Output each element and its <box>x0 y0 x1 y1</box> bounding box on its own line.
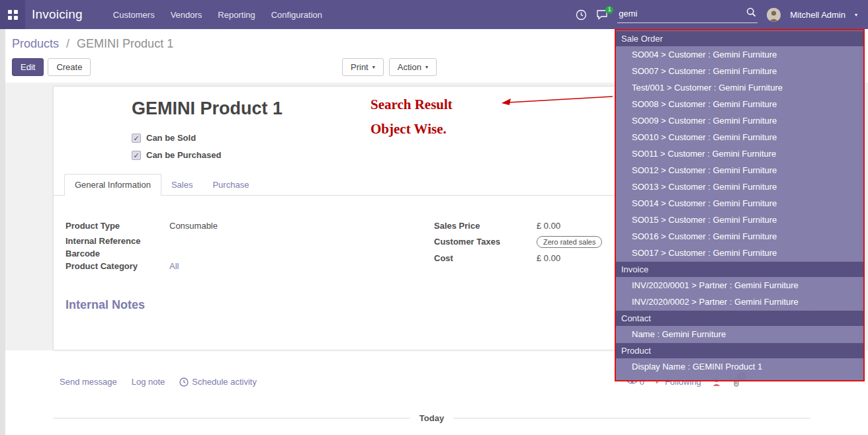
menu-reporting[interactable]: Reporting <box>218 10 255 20</box>
breadcrumb: Products / GEMINI Product 1 <box>12 37 173 51</box>
action-dropdown-button[interactable]: Action ▾ <box>389 58 437 76</box>
check-icon: ✓ <box>133 134 139 142</box>
search-result-item[interactable]: SO009 > Customer : Gemini Furniture <box>616 112 863 129</box>
internal-notes-heading: Internal Notes <box>65 298 145 312</box>
sales-price-value: £ 0.00 <box>537 221 560 231</box>
product-type-value: Consumable <box>169 221 218 231</box>
divider-line <box>53 418 410 418</box>
app-title[interactable]: Invoicing <box>32 7 83 22</box>
customer-taxes-label: Customer Taxes <box>434 237 537 247</box>
cost-row: Cost £ 0.00 <box>434 253 560 263</box>
search-result-item[interactable]: Name : Gemini Furniture <box>616 326 863 342</box>
activities-clock-icon[interactable] <box>576 9 587 20</box>
navbar-right: 1 gemi Mitchell Admin ▾ <box>576 6 868 23</box>
search-result-item[interactable]: SO004 > Customer : Gemini Furniture <box>616 46 863 63</box>
can-be-purchased-checkbox[interactable]: ✓ <box>132 151 141 160</box>
search-result-item[interactable]: SO010 > Customer : Gemini Furniture <box>616 129 863 145</box>
search-group-header-invoice: Invoice <box>616 261 863 277</box>
cost-label: Cost <box>434 253 537 263</box>
menu-customers[interactable]: Customers <box>113 10 155 20</box>
customer-taxes-tag[interactable]: Zero rated sales <box>537 236 602 248</box>
search-result-item[interactable]: SO015 > Customer : Gemini Furniture <box>616 212 863 228</box>
divider-line <box>453 418 810 418</box>
breadcrumb-products-link[interactable]: Products <box>12 37 59 50</box>
sales-price-label: Sales Price <box>434 221 537 231</box>
cost-value: £ 0.00 <box>537 253 560 263</box>
print-dropdown-button[interactable]: Print ▾ <box>342 58 384 76</box>
tab-purchase[interactable]: Purchase <box>202 175 259 195</box>
record-buttons: Edit Create <box>12 58 91 76</box>
search-result-item[interactable]: SO012 > Customer : Gemini Furniture <box>616 162 863 178</box>
annotation-line-2: Object Wise. <box>370 121 453 138</box>
search-group-header-sale-order: Sale Order <box>616 30 863 46</box>
search-result-item[interactable]: SO011 > Customer : Gemini Furniture <box>616 145 863 162</box>
send-message-link[interactable]: Send message <box>60 377 117 387</box>
search-result-item[interactable]: Test/001 > Customer : Gemini Furniture <box>616 79 863 96</box>
action-buttons: Print ▾ Action ▾ <box>342 58 437 76</box>
product-category-value[interactable]: All <box>169 261 179 271</box>
search-result-item[interactable]: Display Name : GEMINI Product 1 <box>616 358 863 375</box>
breadcrumb-current: GEMINI Product 1 <box>77 37 173 50</box>
left-scrollbar[interactable] <box>0 29 5 435</box>
today-divider: Today <box>53 413 810 423</box>
customer-taxes-row: Customer Taxes Zero rated sales <box>434 236 602 248</box>
edit-button[interactable]: Edit <box>12 58 44 76</box>
messages-icon[interactable]: 1 <box>596 9 608 20</box>
action-caret-icon: ▾ <box>425 64 428 70</box>
search-result-item[interactable]: SO014 > Customer : Gemini Furniture <box>616 195 863 212</box>
annotation-line-1: Search Result <box>370 97 453 113</box>
internal-reference-row: Internal Reference <box>65 236 169 246</box>
top-navbar: Invoicing Customers Vendors Reporting Co… <box>0 0 868 29</box>
product-type-label: Product Type <box>65 221 169 231</box>
print-caret-icon: ▾ <box>372 64 375 70</box>
create-button[interactable]: Create <box>48 58 91 76</box>
search-results-dropdown: Sale Order SO004 > Customer : Gemini Fur… <box>615 29 865 381</box>
user-menu-caret-icon[interactable]: ▾ <box>855 12 857 18</box>
annotation-arrow <box>498 93 617 110</box>
product-type-row: Product Type Consumable <box>65 221 218 231</box>
schedule-activity-link[interactable]: Schedule activity <box>179 377 257 387</box>
messages-badge: 1 <box>605 6 613 14</box>
search-result-item[interactable]: SO007 > Customer : Gemini Furniture <box>616 63 863 79</box>
can-be-purchased-row: ✓ Can be Purchased <box>132 150 221 160</box>
check-icon: ✓ <box>133 151 139 159</box>
product-category-label: Product Category <box>65 261 169 271</box>
navbar-search-input[interactable]: gemi <box>617 6 758 23</box>
apps-grid-icon <box>8 10 18 20</box>
print-label: Print <box>351 62 369 72</box>
search-query-text: gemi <box>619 9 637 19</box>
invoicing-app-screen: Invoicing Customers Vendors Reporting Co… <box>0 0 868 435</box>
today-label: Today <box>419 413 444 423</box>
apps-menu-button[interactable] <box>0 0 25 29</box>
sales-price-row: Sales Price £ 0.00 <box>434 221 560 231</box>
search-result-item[interactable]: INV/2020/0002 > Partner : Gemini Furnitu… <box>616 294 863 310</box>
tab-general-information[interactable]: General Information <box>64 174 161 196</box>
tab-sales[interactable]: Sales <box>161 175 203 195</box>
action-label: Action <box>398 62 421 72</box>
search-icon[interactable] <box>746 7 756 20</box>
barcode-label: Barcode <box>65 249 169 258</box>
breadcrumb-separator: / <box>66 37 69 50</box>
search-result-item[interactable]: INV/2020/0001 > Partner : Gemini Furnitu… <box>616 277 863 294</box>
can-be-sold-label: Can be Sold <box>146 133 196 143</box>
annotation-text: Search Result Object Wise. <box>370 97 453 145</box>
user-menu[interactable]: Mitchell Admin <box>790 10 846 20</box>
search-group-header-contact: Contact <box>616 310 863 326</box>
product-title: GEMINI Product 1 <box>132 99 282 119</box>
menu-configuration[interactable]: Configuration <box>271 10 322 20</box>
barcode-row: Barcode <box>65 249 169 258</box>
search-result-item[interactable]: SO017 > Customer : Gemini Furniture <box>616 245 863 261</box>
search-result-item[interactable]: SO013 > Customer : Gemini Furniture <box>616 178 863 195</box>
search-result-item[interactable]: SO008 > Customer : Gemini Furniture <box>616 96 863 112</box>
schedule-activity-label: Schedule activity <box>192 377 257 387</box>
product-category-row: Product Category All <box>65 261 179 271</box>
main-menu: Customers Vendors Reporting Configuratio… <box>113 10 322 20</box>
schedule-clock-icon <box>179 377 189 387</box>
user-avatar[interactable] <box>767 8 781 22</box>
search-group-header-product: Product <box>616 342 863 358</box>
log-note-link[interactable]: Log note <box>132 377 165 387</box>
search-result-item[interactable]: SO016 > Customer : Gemini Furniture <box>616 228 863 245</box>
menu-vendors[interactable]: Vendors <box>171 10 202 20</box>
can-be-sold-row: ✓ Can be Sold <box>132 133 196 143</box>
can-be-sold-checkbox[interactable]: ✓ <box>132 134 141 143</box>
